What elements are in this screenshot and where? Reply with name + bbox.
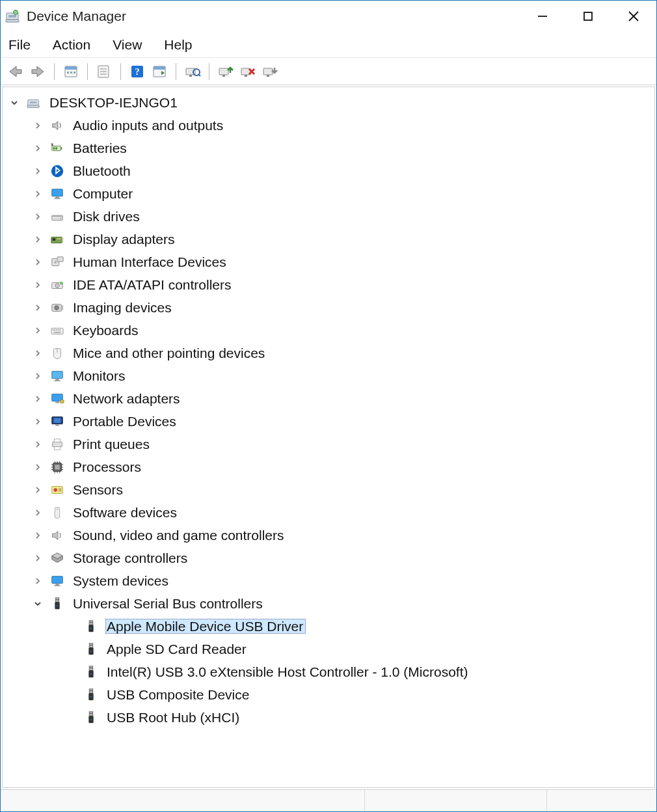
tree-device[interactable]: Intel(R) USB 3.0 eXtensible Host Control…: [7, 660, 654, 683]
chevron-right-icon[interactable]: [30, 391, 46, 407]
svg-rect-67: [54, 331, 61, 332]
tree-category[interactable]: System devices: [7, 569, 654, 592]
forward-button[interactable]: [28, 62, 47, 81]
tree-category[interactable]: Sound, video and game controllers: [7, 524, 654, 547]
update-driver-button[interactable]: [216, 62, 235, 81]
menu-action[interactable]: Action: [53, 37, 90, 53]
svg-rect-97: [59, 488, 62, 492]
tree-category[interactable]: Portable Devices: [7, 410, 654, 433]
tree-item-label: Computer: [72, 186, 135, 201]
svg-rect-110: [91, 621, 92, 623]
window-title: Device Manager: [27, 8, 126, 24]
chevron-right-icon[interactable]: [30, 528, 46, 543]
chevron-right-icon[interactable]: [30, 254, 46, 270]
svg-rect-61: [51, 328, 63, 334]
chevron-right-icon[interactable]: [30, 482, 46, 498]
tree-category[interactable]: Sensors: [7, 478, 654, 501]
chevron-right-icon[interactable]: [30, 573, 46, 589]
tree-category[interactable]: Audio inputs and outputs: [7, 114, 654, 137]
tree-root[interactable]: DESKTOP-IEJNGO1: [7, 91, 654, 114]
tree-device[interactable]: USB Composite Device: [7, 683, 654, 706]
tree-category[interactable]: Processors: [7, 455, 654, 478]
svg-rect-11: [70, 72, 72, 74]
disable-device-button[interactable]: [260, 62, 280, 81]
scan-hardware-button[interactable]: [183, 62, 202, 81]
computer-root-icon: [26, 95, 42, 111]
chevron-right-icon[interactable]: [30, 163, 46, 179]
chevron-right-icon[interactable]: [30, 368, 46, 384]
chevron-right-icon[interactable]: [30, 345, 46, 361]
chevron-right-icon[interactable]: [30, 186, 46, 202]
show-hidden-button[interactable]: [61, 62, 81, 81]
tree-device[interactable]: USB Root Hub (xHCI): [7, 706, 654, 729]
properties-button[interactable]: [94, 62, 114, 81]
speaker-icon: [49, 118, 65, 133]
tree-category[interactable]: Network adapters: [7, 387, 654, 410]
chevron-right-icon[interactable]: [30, 505, 46, 521]
maximize-button[interactable]: [565, 1, 611, 32]
close-button[interactable]: [611, 1, 656, 32]
svg-rect-105: [57, 599, 58, 600]
svg-rect-43: [55, 196, 59, 198]
uninstall-device-button[interactable]: [238, 62, 258, 81]
help-button[interactable]: ?: [127, 62, 147, 81]
chevron-right-icon[interactable]: [30, 323, 46, 338]
tree-category[interactable]: IDE ATA/ATAPI controllers: [7, 273, 654, 296]
chevron-down-icon[interactable]: [30, 596, 46, 612]
chevron-down-icon[interactable]: [7, 95, 22, 111]
statusbar: [1, 789, 656, 811]
chevron-right-icon[interactable]: [30, 141, 46, 156]
back-button[interactable]: [6, 62, 25, 81]
tree-category[interactable]: Monitors: [7, 364, 654, 387]
svg-text:?: ?: [135, 67, 140, 77]
titlebar[interactable]: Device Manager: [1, 1, 656, 32]
tree-category[interactable]: Disk drives: [7, 205, 654, 228]
tree-category[interactable]: Keyboards: [7, 319, 654, 342]
svg-rect-5: [584, 12, 592, 20]
menu-help[interactable]: Help: [164, 37, 192, 53]
chevron-right-icon[interactable]: [30, 118, 46, 133]
menubar: File Action View Help: [1, 32, 656, 58]
tree-category-usb[interactable]: Universal Serial Bus controllers: [7, 592, 654, 615]
tree-category[interactable]: Mice and other pointing devices: [7, 342, 654, 364]
tree-category[interactable]: Display adapters: [7, 228, 654, 250]
chevron-right-icon[interactable]: [30, 277, 46, 293]
svg-rect-26: [219, 68, 228, 75]
svg-rect-73: [55, 401, 59, 403]
chevron-right-icon[interactable]: [30, 437, 46, 452]
tree-category[interactable]: Storage controllers: [7, 547, 654, 569]
tree-category[interactable]: Software devices: [7, 501, 654, 524]
menu-file[interactable]: File: [8, 37, 31, 53]
chevron-right-icon[interactable]: [30, 300, 46, 316]
chevron-right-icon[interactable]: [30, 550, 46, 566]
tree-category[interactable]: Print queues: [7, 433, 654, 455]
tree-device[interactable]: Apple SD Card Reader: [7, 638, 654, 660]
tree-item-label: Keyboards: [72, 323, 141, 338]
tree-category[interactable]: Bluetooth: [7, 159, 654, 182]
menu-view[interactable]: View: [113, 37, 142, 53]
svg-rect-12: [74, 72, 75, 74]
svg-point-56: [55, 283, 59, 287]
tree-item-label: Monitors: [72, 368, 128, 383]
svg-rect-125: [91, 690, 92, 691]
bluetooth-icon: [49, 163, 65, 179]
chevron-right-icon[interactable]: [30, 209, 46, 224]
toolbar: ?: [1, 58, 656, 85]
tree-category[interactable]: Imaging devices: [7, 296, 654, 319]
chevron-right-icon[interactable]: [30, 414, 46, 429]
minimize-button[interactable]: [520, 1, 565, 32]
svg-point-47: [60, 217, 62, 219]
chevron-right-icon[interactable]: [30, 232, 46, 247]
tree-category[interactable]: Human Interface Devices: [7, 250, 654, 273]
usb-device-icon: [83, 619, 99, 634]
tree-category[interactable]: Computer: [7, 182, 654, 205]
action-button[interactable]: [150, 62, 169, 81]
status-cell: [547, 790, 656, 811]
svg-rect-123: [89, 688, 93, 692]
svg-rect-74: [60, 399, 64, 403]
svg-rect-35: [30, 102, 37, 103]
device-tree[interactable]: DESKTOP-IEJNGO1Audio inputs and outputsB…: [2, 87, 655, 788]
tree-device[interactable]: Apple Mobile Device USB Driver: [7, 615, 654, 638]
tree-category[interactable]: Batteries: [7, 137, 654, 159]
chevron-right-icon[interactable]: [30, 459, 46, 475]
